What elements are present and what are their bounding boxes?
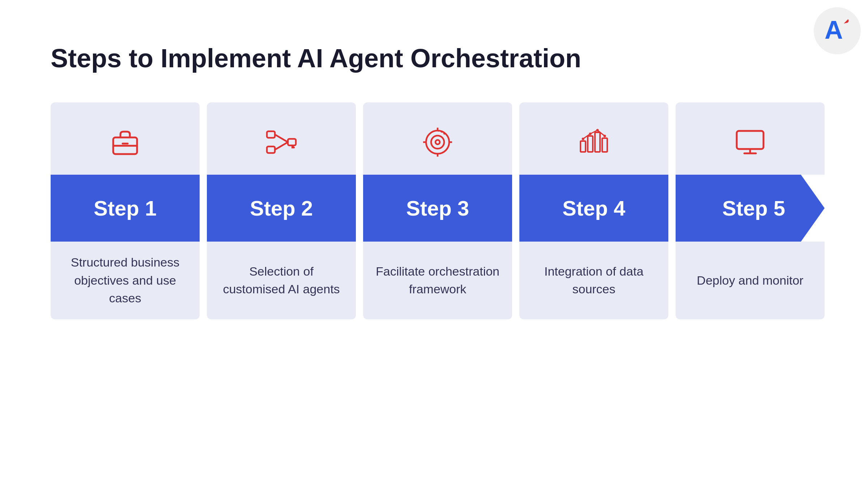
step4-label: Step 4 (562, 196, 625, 220)
logo-container: A (814, 7, 861, 54)
step4-icon-area (519, 102, 668, 175)
step4-description: Integration of data sources (530, 263, 658, 298)
step2-icon-area (207, 102, 356, 175)
page: A Steps to Implement AI Agent Orchestrat… (0, 0, 868, 502)
step3-description: Facilitate orchestration framework (374, 263, 501, 298)
bar-chart-icon (578, 126, 610, 158)
step5-desc-area: Deploy and monitor (676, 242, 825, 319)
step2-label-box: Step 2 (207, 175, 356, 242)
svg-point-9 (426, 131, 449, 154)
svg-rect-6 (288, 139, 296, 145)
step1-desc-area: Structured business objectives and use c… (51, 242, 200, 319)
svg-point-10 (431, 136, 444, 149)
step3-icon-area (363, 102, 512, 175)
step1-description: Structured business objectives and use c… (61, 254, 189, 307)
briefcase-icon (109, 126, 141, 158)
gear-target-icon (421, 126, 454, 158)
step2-desc-area: Selection of customised AI agents (207, 242, 356, 319)
step4-label-box: Step 4 (519, 175, 668, 242)
step3-desc-area: Facilitate orchestration framework (363, 242, 512, 319)
svg-line-8 (275, 142, 288, 150)
step-card-4: Step 4 Integration of data sources (519, 102, 668, 319)
step5-label: Step 5 (715, 196, 785, 220)
svg-rect-5 (267, 146, 275, 153)
step-card-3: Step 3 Facilitate orchestration framewor… (363, 102, 512, 319)
step3-label-box: Step 3 (363, 175, 512, 242)
step5-description: Deploy and monitor (697, 272, 804, 289)
step-card-2: Step 2 Selection of customised AI agents (207, 102, 356, 319)
page-title: Steps to Implement AI Agent Orchestratio… (51, 43, 825, 73)
svg-rect-4 (267, 131, 275, 138)
svg-rect-17 (588, 136, 593, 152)
step2-description: Selection of customised AI agents (218, 263, 345, 298)
step3-label: Step 3 (406, 196, 469, 220)
svg-point-11 (435, 140, 440, 144)
steps-container: Step 1 Structured business objectives an… (51, 102, 825, 319)
step1-label: Step 1 (94, 196, 157, 220)
step2-label: Step 2 (250, 196, 313, 220)
svg-rect-16 (580, 141, 586, 152)
svg-line-7 (275, 135, 288, 142)
svg-rect-19 (602, 138, 607, 152)
step1-icon-area (51, 102, 200, 175)
step4-desc-area: Integration of data sources (519, 242, 668, 319)
svg-rect-18 (595, 132, 600, 152)
flow-icon (265, 126, 298, 158)
step-card-5: Step 5 Deploy and monitor (676, 102, 825, 319)
monitor-icon (734, 126, 766, 158)
logo-icon: A (823, 16, 852, 45)
step-card-1: Step 1 Structured business objectives an… (51, 102, 200, 319)
step5-inner: Step 5 Deploy and monitor (676, 102, 825, 319)
svg-text:A: A (825, 16, 843, 44)
step5-label-wrapper: Step 5 (676, 175, 825, 242)
step5-icon-area (676, 102, 825, 175)
svg-rect-24 (737, 131, 763, 149)
step1-label-box: Step 1 (51, 175, 200, 242)
